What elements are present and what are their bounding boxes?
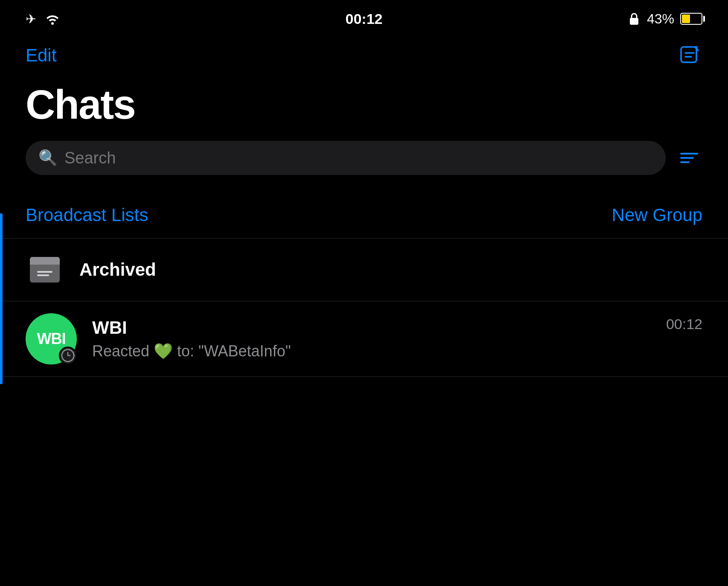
search-icon: 🔍 (38, 149, 58, 167)
svg-rect-1 (681, 47, 696, 62)
new-group-button[interactable]: New Group (612, 205, 702, 225)
action-bar: Broadcast Lists New Group (0, 192, 728, 239)
lock-icon (627, 12, 641, 26)
chat-preview-text: Reacted 💚 to: "WABetaInfo" (92, 342, 291, 360)
chat-name: WBI (92, 318, 651, 338)
filter-line-1 (680, 153, 698, 155)
status-left-icons: ✈ (26, 12, 60, 26)
archive-icon (26, 251, 64, 289)
chat-list: Archived WBI WBI Reacted 💚 to: "WABetaIn… (0, 239, 728, 377)
left-accent-line (0, 213, 3, 384)
avatar-initials: WBI (37, 330, 66, 348)
chat-time: 00:12 (666, 316, 702, 332)
title-section: Chats (0, 77, 728, 141)
filter-button[interactable] (676, 149, 702, 167)
archived-label: Archived (79, 259, 156, 280)
status-bar: ✈ 00:12 43% (0, 0, 728, 34)
filter-line-2 (680, 157, 694, 159)
avatar: WBI (26, 313, 77, 364)
edit-button[interactable]: Edit (26, 45, 56, 66)
wifi-icon (45, 13, 60, 25)
airplane-icon: ✈ (26, 12, 36, 26)
chat-preview: Reacted 💚 to: "WABetaInfo" (92, 342, 651, 360)
search-input[interactable] (64, 149, 653, 167)
chat-info: WBI Reacted 💚 to: "WABetaInfo" (92, 318, 651, 360)
search-section: 🔍 (0, 141, 728, 192)
timer-badge (59, 347, 77, 364)
battery-icon (680, 13, 702, 25)
broadcast-lists-button[interactable]: Broadcast Lists (26, 205, 148, 225)
compose-button[interactable] (677, 43, 702, 68)
svg-rect-0 (630, 18, 638, 25)
page-title: Chats (26, 81, 702, 128)
filter-line-3 (680, 161, 690, 163)
battery-percentage: 43% (647, 11, 674, 27)
status-time: 00:12 (346, 11, 383, 27)
status-right-icons: 43% (627, 11, 702, 27)
nav-bar: Edit (0, 34, 728, 77)
search-bar[interactable]: 🔍 (26, 141, 666, 175)
archived-row[interactable]: Archived (0, 239, 728, 301)
table-row[interactable]: WBI WBI Reacted 💚 to: "WABetaInfo" 00:12 (0, 301, 728, 377)
